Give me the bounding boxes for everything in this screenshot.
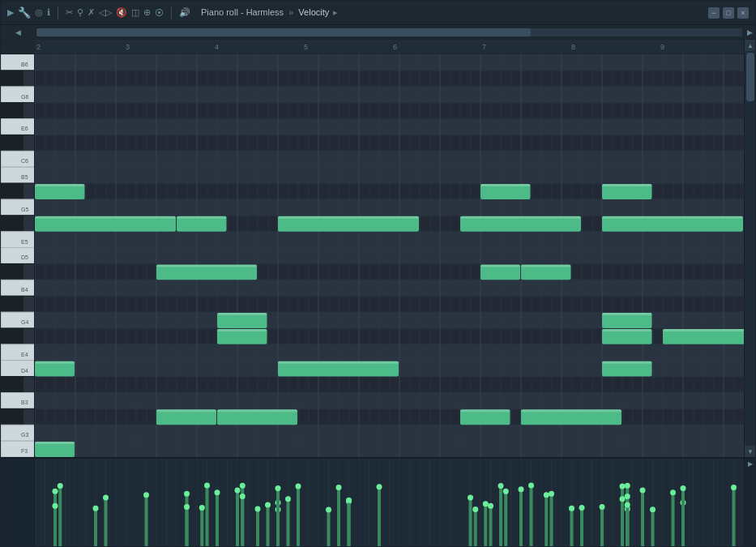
measure-7: 7 <box>482 43 486 51</box>
scroll-up-button[interactable]: ▲ <box>745 40 755 51</box>
scroll-down-button[interactable]: ▼ <box>745 446 755 457</box>
measure-8: 8 <box>571 43 575 51</box>
measure-4: 4 <box>215 43 219 51</box>
title-bar: ▶ 🔧 ◎ ℹ ✂ ⚲ ✗ ◁▷ 🔇 ◫ ⊕ ⦿ 🔊 Piano roll - … <box>1 1 755 25</box>
scrollbar-track[interactable] <box>745 51 755 446</box>
horizontal-scrollbar[interactable]: ◀ ▶ <box>1 25 755 40</box>
measure-5: 5 <box>304 43 308 51</box>
vertical-scrollbar[interactable]: ▲ ▼ <box>744 40 755 457</box>
tool-icon-5[interactable]: ⚲ <box>77 7 83 18</box>
tool-icon-7[interactable]: ◁▷ <box>99 7 112 18</box>
piano-roll[interactable] <box>35 54 744 457</box>
close-button[interactable]: × <box>737 7 749 19</box>
main-window: ▶ 🔧 ◎ ℹ ✂ ⚲ ✗ ◁▷ 🔇 ◫ ⊕ ⦿ 🔊 Piano roll - … <box>0 0 756 547</box>
velocity-content[interactable] <box>35 459 744 546</box>
tool-icon-6[interactable]: ✗ <box>88 7 95 18</box>
tool-icon-8[interactable]: 🔇 <box>116 7 127 18</box>
left-panel <box>1 40 35 457</box>
measure-2: 2 <box>36 43 41 51</box>
tool-icon-3: ℹ <box>47 7 50 18</box>
play-icon[interactable]: ▶ <box>7 7 14 18</box>
window-controls: − □ × <box>708 7 749 19</box>
scroll-right-icon[interactable]: ▶ <box>747 28 753 36</box>
tool-icon-9[interactable]: ◫ <box>131 7 139 18</box>
scroll-left-icon[interactable]: ◀ <box>15 28 21 36</box>
minimize-button[interactable]: − <box>708 7 720 19</box>
scroll-thumb[interactable] <box>36 28 531 36</box>
timeline: 2 3 4 5 6 7 8 9 <box>35 40 744 54</box>
tool-icon-1: 🔧 <box>18 6 31 19</box>
velocity-scrollbar[interactable]: ▶ <box>744 459 755 546</box>
measure-3: 3 <box>126 43 130 51</box>
title-bar-left: ▶ 🔧 ◎ ℹ ✂ ⚲ ✗ ◁▷ 🔇 ◫ ⊕ ⦿ 🔊 Piano roll - … <box>7 6 708 19</box>
tool-icon-10[interactable]: ⊕ <box>143 7 151 18</box>
velocity-label: Velocity <box>298 7 329 17</box>
scrollbar-thumb[interactable] <box>746 53 754 101</box>
velocity-label-area <box>1 459 35 546</box>
tool-icon-4[interactable]: ✂ <box>66 7 73 18</box>
tool-icon-11[interactable]: ⦿ <box>155 8 164 18</box>
velocity-panel: ▶ <box>1 457 755 546</box>
piano-keys[interactable] <box>1 54 35 457</box>
restore-button[interactable]: □ <box>723 7 734 19</box>
speaker-icon: 🔊 <box>179 7 190 18</box>
measure-6: 6 <box>393 43 397 51</box>
tool-icon-2: ◎ <box>35 7 43 18</box>
measure-9: 9 <box>660 43 664 51</box>
main-area: ◀ ▶ <box>1 25 755 546</box>
window-title: Piano roll - Harmless » Velocity ▸ <box>201 7 338 18</box>
